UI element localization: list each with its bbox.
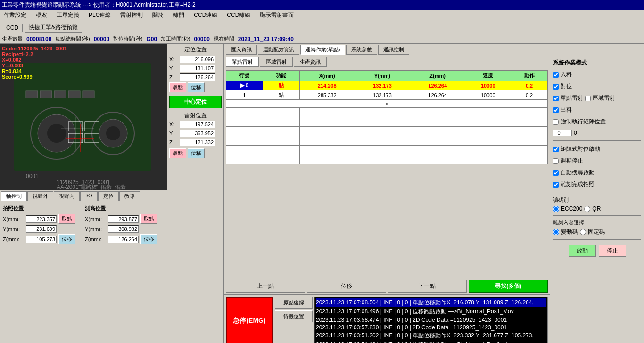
measure-x-input[interactable] bbox=[108, 215, 139, 223]
menu-item-file[interactable]: 檔案 bbox=[34, 11, 49, 20]
cb-area-laser-check[interactable] bbox=[585, 96, 591, 101]
current-time-label: 現在時間 bbox=[214, 35, 234, 42]
radio-variable[interactable] bbox=[553, 229, 559, 235]
photo-x-field: X(mm): 取點 bbox=[3, 214, 75, 224]
home-return-btn[interactable]: 原點復歸 bbox=[275, 297, 313, 309]
search-btn[interactable]: 尋找(多個) bbox=[469, 280, 548, 293]
pos-x-row: X: bbox=[169, 56, 222, 63]
tab-params[interactable]: 系統參數 bbox=[346, 45, 377, 55]
tab-comm[interactable]: 通訊控制 bbox=[378, 45, 409, 55]
cb-auto-search: 自動搜尋啟動 bbox=[553, 169, 641, 177]
menu-item-settings[interactable]: 作業設定 bbox=[2, 11, 28, 20]
pos-x-input[interactable] bbox=[180, 56, 215, 63]
measure-x-label: X(mm): bbox=[85, 216, 106, 222]
table-row[interactable]: ▶ 0點214.208132.173126.264100000.2 bbox=[226, 81, 548, 90]
cb-output-check[interactable] bbox=[553, 107, 559, 113]
nav-buttons-bar: 上一點 位移 下一點 尋找(多個) bbox=[224, 278, 550, 294]
photo-take-point-btn[interactable]: 取點 bbox=[58, 214, 75, 224]
tab-io[interactable]: I/O bbox=[80, 191, 98, 201]
menu-item-workorder[interactable]: 工單定義 bbox=[55, 11, 81, 20]
laser-y-input[interactable] bbox=[180, 130, 215, 137]
cb-input: 入料 bbox=[553, 71, 641, 79]
photo-x-input[interactable] bbox=[26, 215, 57, 223]
radio-ecc200-label: ECC200 bbox=[561, 205, 582, 212]
ccd-button[interactable]: CCD bbox=[2, 24, 23, 32]
photo-y-field: Y(mm): bbox=[3, 225, 75, 233]
tab-view-inside[interactable]: 視野內 bbox=[54, 191, 80, 201]
measure-y-input[interactable] bbox=[108, 225, 139, 233]
preview-button[interactable]: 快捷工單&路徑預覽 bbox=[25, 23, 82, 33]
radio-qr[interactable] bbox=[584, 206, 590, 212]
laser-x-input[interactable] bbox=[180, 121, 215, 128]
cb-engrave-photo-check[interactable] bbox=[553, 182, 559, 188]
cb-single-laser-check[interactable] bbox=[553, 96, 559, 101]
cb-align-check[interactable] bbox=[553, 84, 559, 90]
photo-z-input[interactable] bbox=[26, 236, 57, 243]
cb-input-check[interactable] bbox=[553, 72, 559, 78]
measure-take-point-btn[interactable]: 取點 bbox=[140, 214, 157, 224]
menu-item-about[interactable]: 關於 bbox=[150, 11, 165, 20]
sub-tab-single-laser[interactable]: 單點雷射 bbox=[226, 57, 259, 67]
cb-period-stop-check[interactable] bbox=[553, 158, 559, 164]
photo-move-btn[interactable]: 位移 bbox=[58, 234, 75, 244]
prev-point-btn[interactable]: 上一點 bbox=[226, 280, 305, 293]
next-point-btn[interactable]: 下一點 bbox=[388, 280, 467, 293]
laser-take-point-btn[interactable]: 取點 bbox=[169, 148, 186, 158]
stop-button[interactable]: 停止 bbox=[599, 245, 626, 257]
laser-move-btn[interactable]: 位移 bbox=[188, 148, 205, 158]
measure-z-input[interactable] bbox=[108, 236, 139, 243]
cb-force-matrix-check[interactable] bbox=[553, 119, 559, 125]
radio-ecc200[interactable] bbox=[553, 206, 559, 212]
operation-table: 行號 功能 X(mm) Y(mm) Z(mm) 速度 動作 ▶ 0點21 bbox=[226, 70, 548, 164]
cb-single-laser: 單點雷射 區域雷射 bbox=[553, 94, 641, 102]
menu-item-ccd-connect[interactable]: CCD連線 bbox=[192, 11, 219, 20]
camera-image: 0001 1120925_1423_0001 AA-2001 電路板_佑豪_佑豪… bbox=[0, 44, 167, 190]
tab-positioning[interactable]: 定位 bbox=[98, 191, 119, 201]
system-mode-title: 系統作業模式 bbox=[553, 59, 641, 67]
tab-motion[interactable]: 運動配方資訊 bbox=[258, 45, 299, 55]
menu-item-exit[interactable]: 離開 bbox=[171, 11, 186, 20]
measure-y-label: Y(mm): bbox=[85, 226, 106, 232]
tab-operation[interactable]: 運轉作業(單點) bbox=[300, 45, 345, 55]
cb-engrave-photo: 雕刻完成拍照 bbox=[553, 180, 641, 188]
main-area: 0001 1120925_1423_0001 AA-2001 電路板_佑豪_佑豪… bbox=[0, 44, 644, 343]
measure-move-btn[interactable]: 位移 bbox=[140, 234, 157, 244]
cb-matrix-align-check[interactable] bbox=[553, 147, 559, 152]
pos-y-input[interactable] bbox=[180, 65, 215, 72]
col-header-y: Y(mm) bbox=[355, 71, 410, 81]
tab-axis-control[interactable]: 軸控制 bbox=[1, 191, 27, 201]
table-row[interactable]: 1點285.332132.173126.264100000.2 bbox=[226, 90, 548, 100]
spinbox-input[interactable] bbox=[553, 130, 572, 136]
sub-tab-production[interactable]: 生產資訊 bbox=[294, 57, 327, 67]
pos-move-btn[interactable]: 位移 bbox=[188, 82, 205, 92]
laser-z-input[interactable] bbox=[180, 139, 215, 146]
laser-x-row: X: bbox=[169, 121, 222, 128]
divider-3 bbox=[553, 215, 641, 216]
pos-z-input[interactable] bbox=[180, 74, 215, 81]
menu-item-ccd-disconnect[interactable]: CCD離線 bbox=[225, 11, 252, 20]
photo-y-input[interactable] bbox=[26, 225, 57, 233]
photo-pos-title: 拍照位置 bbox=[3, 205, 75, 212]
sub-tab-area-laser[interactable]: 區域雷射 bbox=[260, 57, 293, 67]
menu-item-plc[interactable]: PLC連線 bbox=[87, 11, 113, 20]
menu-item-laser[interactable]: 雷射控制 bbox=[118, 11, 145, 20]
start-button[interactable]: 啟動 bbox=[569, 245, 596, 257]
pos-take-point-btn[interactable]: 取點 bbox=[169, 82, 186, 92]
standby-btn[interactable]: 待機位置 bbox=[275, 310, 313, 322]
menu-bar: 作業設定 檔案 工單定義 PLC連線 雷射控制 關於 離開 CCD連線 CCD離… bbox=[0, 10, 644, 21]
move-btn[interactable]: 位移 bbox=[307, 280, 386, 293]
cb-matrix-align-label: 矩陣式對位啟動 bbox=[561, 145, 600, 153]
log-line: 2023.11.23 17:07:08.504 | INF | 0 | 0 | … bbox=[316, 298, 546, 307]
sub-tab-bar: 單點雷射 區域雷射 生產資訊 bbox=[224, 56, 550, 68]
menu-item-laser-screen[interactable]: 顯示雷射畫面 bbox=[258, 11, 296, 20]
emergency-button[interactable]: 急停(EMG) bbox=[226, 297, 273, 343]
tab-import[interactable]: 匯入資訊 bbox=[226, 45, 257, 55]
photo-x-label: X(mm): bbox=[3, 216, 24, 222]
radio-fixed[interactable] bbox=[580, 229, 586, 235]
divider-2 bbox=[553, 193, 641, 193]
tab-view-outside[interactable]: 視野外 bbox=[27, 191, 53, 201]
positioning-title: 定位位置 bbox=[169, 46, 222, 54]
tab-teach[interactable]: 教導 bbox=[119, 191, 140, 201]
center-positioning-btn[interactable]: 中心定位 bbox=[169, 96, 222, 108]
cb-auto-search-check[interactable] bbox=[553, 170, 559, 176]
